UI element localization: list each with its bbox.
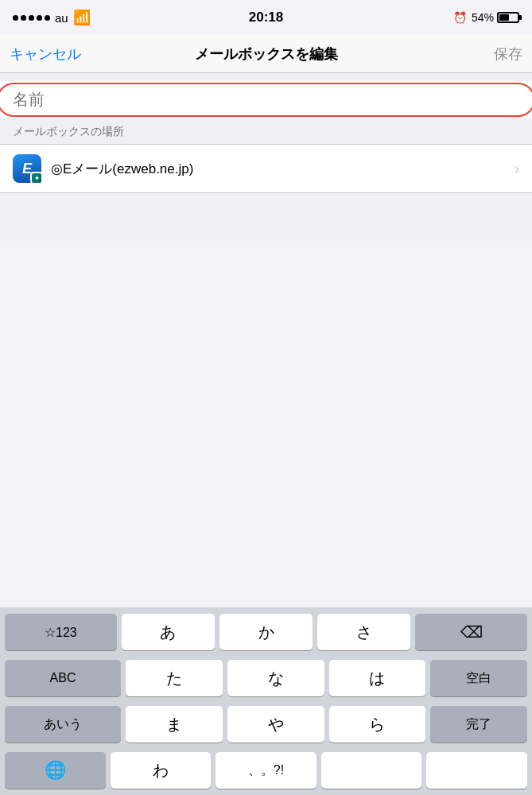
signal-dot (13, 15, 18, 21)
status-bar-right: ⏰ 54% (453, 11, 519, 24)
signal-dot (45, 15, 50, 21)
space-key[interactable]: 空白 (430, 660, 527, 696)
alarm-icon: ⏰ (453, 11, 467, 24)
signal-dot (37, 15, 42, 21)
keyboard-row-4: 🌐 わ 、。?! (0, 746, 532, 795)
navigation-bar: キャンセル メールボックスを編集 保存 (0, 35, 532, 73)
exchange-badge-inner: ✦ (32, 173, 41, 183)
status-bar-time: 20:18 (249, 10, 283, 25)
account-icon: E ✦ (13, 154, 41, 183)
account-left: E ✦ ◎Eメール(ezweb.ne.jp) (13, 154, 193, 183)
key-sa[interactable]: さ (317, 614, 410, 650)
exchange-badge: ✦ (30, 172, 43, 184)
signal-dot (21, 15, 26, 21)
battery-percent: 54% (472, 11, 494, 24)
globe-icon: 🌐 (45, 760, 66, 781)
key-punctuation[interactable]: 、。?! (216, 752, 316, 789)
key-aiueo[interactable]: あいう (5, 706, 121, 743)
cancel-button[interactable]: キャンセル (10, 45, 81, 64)
key-ta[interactable]: た (126, 660, 223, 696)
key-ka[interactable]: か (219, 614, 313, 650)
battery-icon (497, 12, 519, 23)
key-extra2[interactable] (426, 752, 527, 789)
key-wa[interactable]: わ (111, 752, 212, 789)
account-row[interactable]: E ✦ ◎Eメール(ezweb.ne.jp) › (0, 144, 532, 193)
delete-icon: ⌫ (460, 622, 483, 642)
key-abc[interactable]: ABC (5, 660, 121, 696)
key-extra[interactable] (321, 752, 422, 789)
empty-space (0, 193, 532, 241)
keyboard-row-2: ABC た な は 空白 (0, 653, 532, 700)
done-key[interactable]: 完了 (430, 706, 527, 743)
keyboard-row-1: ☆123 あ か さ ⌫ (0, 607, 532, 653)
status-bar: au 📶 20:18 ⏰ 54% (0, 0, 532, 35)
signal-dot (29, 15, 34, 21)
key-a[interactable]: あ (122, 614, 215, 650)
nav-title: メールボックスを編集 (195, 45, 338, 64)
delete-key[interactable]: ⌫ (415, 614, 527, 650)
key-ha[interactable]: は (329, 660, 426, 696)
chevron-right-icon: › (515, 161, 519, 177)
mailbox-location-label: メールボックスの場所 (0, 118, 532, 144)
globe-key[interactable]: 🌐 (5, 752, 106, 789)
key-na[interactable]: な (227, 660, 324, 696)
battery-container: 54% (472, 11, 519, 24)
keyboard: ☆123 あ か さ ⌫ ABC た な は 空白 (0, 607, 532, 795)
account-name-label: ◎Eメール(ezweb.ne.jp) (51, 160, 193, 178)
key-star123[interactable]: ☆123 (5, 614, 117, 650)
signal-dots (13, 15, 50, 21)
name-field-container (0, 81, 532, 118)
separator-top (0, 73, 532, 81)
carrier-label: au (55, 11, 68, 25)
status-bar-left: au 📶 (13, 9, 91, 26)
name-input[interactable] (13, 91, 519, 109)
battery-fill (499, 14, 509, 21)
exchange-badge-symbol: ✦ (34, 175, 40, 182)
name-input-wrapper (13, 91, 519, 109)
wifi-icon: 📶 (73, 9, 91, 26)
key-ma[interactable]: ま (126, 706, 223, 743)
key-ra[interactable]: ら (329, 706, 426, 743)
save-button[interactable]: 保存 (494, 45, 522, 64)
keyboard-row-3: あいう ま や ら 完了 (0, 700, 532, 746)
key-ya[interactable]: や (227, 706, 324, 743)
